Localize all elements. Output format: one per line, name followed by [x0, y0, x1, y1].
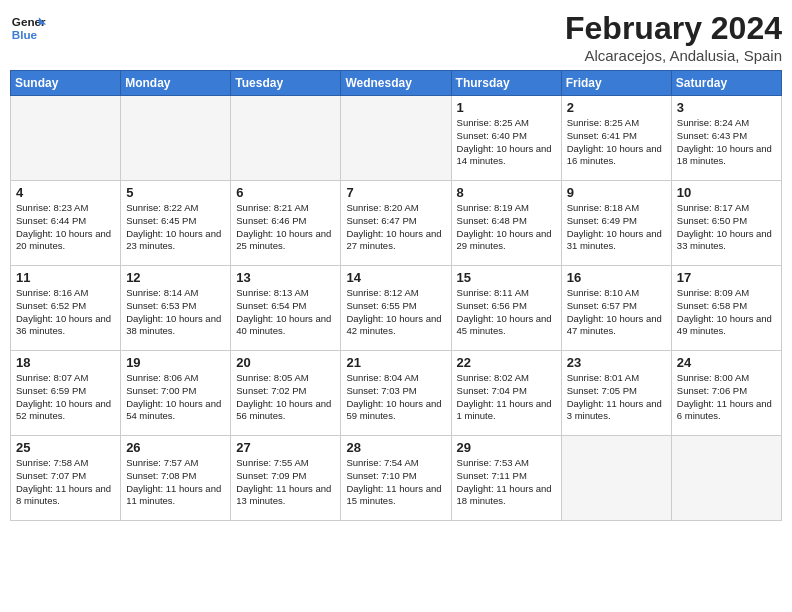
weekday-header-tuesday: Tuesday	[231, 71, 341, 96]
day-cell: 22Sunrise: 8:02 AM Sunset: 7:04 PM Dayli…	[451, 351, 561, 436]
week-row-5: 25Sunrise: 7:58 AM Sunset: 7:07 PM Dayli…	[11, 436, 782, 521]
weekday-header-sunday: Sunday	[11, 71, 121, 96]
day-number: 24	[677, 355, 776, 370]
weekday-header-wednesday: Wednesday	[341, 71, 451, 96]
day-number: 25	[16, 440, 115, 455]
weekday-header-row: SundayMondayTuesdayWednesdayThursdayFrid…	[11, 71, 782, 96]
day-number: 28	[346, 440, 445, 455]
day-cell: 13Sunrise: 8:13 AM Sunset: 6:54 PM Dayli…	[231, 266, 341, 351]
day-info: Sunrise: 8:18 AM Sunset: 6:49 PM Dayligh…	[567, 202, 666, 253]
month-title: February 2024	[565, 10, 782, 47]
title-block: February 2024 Alcaracejos, Andalusia, Sp…	[565, 10, 782, 64]
day-number: 17	[677, 270, 776, 285]
day-number: 15	[457, 270, 556, 285]
day-cell	[561, 436, 671, 521]
day-cell: 20Sunrise: 8:05 AM Sunset: 7:02 PM Dayli…	[231, 351, 341, 436]
day-info: Sunrise: 7:53 AM Sunset: 7:11 PM Dayligh…	[457, 457, 556, 508]
day-cell: 26Sunrise: 7:57 AM Sunset: 7:08 PM Dayli…	[121, 436, 231, 521]
day-cell: 21Sunrise: 8:04 AM Sunset: 7:03 PM Dayli…	[341, 351, 451, 436]
day-info: Sunrise: 8:01 AM Sunset: 7:05 PM Dayligh…	[567, 372, 666, 423]
day-info: Sunrise: 8:25 AM Sunset: 6:40 PM Dayligh…	[457, 117, 556, 168]
day-number: 21	[346, 355, 445, 370]
day-cell: 19Sunrise: 8:06 AM Sunset: 7:00 PM Dayli…	[121, 351, 231, 436]
day-number: 29	[457, 440, 556, 455]
day-info: Sunrise: 7:57 AM Sunset: 7:08 PM Dayligh…	[126, 457, 225, 508]
day-number: 10	[677, 185, 776, 200]
day-info: Sunrise: 8:24 AM Sunset: 6:43 PM Dayligh…	[677, 117, 776, 168]
day-cell	[231, 96, 341, 181]
day-info: Sunrise: 8:16 AM Sunset: 6:52 PM Dayligh…	[16, 287, 115, 338]
day-cell	[11, 96, 121, 181]
day-number: 11	[16, 270, 115, 285]
day-number: 18	[16, 355, 115, 370]
day-cell: 18Sunrise: 8:07 AM Sunset: 6:59 PM Dayli…	[11, 351, 121, 436]
day-number: 4	[16, 185, 115, 200]
day-cell: 10Sunrise: 8:17 AM Sunset: 6:50 PM Dayli…	[671, 181, 781, 266]
day-cell: 27Sunrise: 7:55 AM Sunset: 7:09 PM Dayli…	[231, 436, 341, 521]
week-row-1: 1Sunrise: 8:25 AM Sunset: 6:40 PM Daylig…	[11, 96, 782, 181]
day-number: 22	[457, 355, 556, 370]
weekday-header-friday: Friday	[561, 71, 671, 96]
day-info: Sunrise: 8:00 AM Sunset: 7:06 PM Dayligh…	[677, 372, 776, 423]
day-cell: 23Sunrise: 8:01 AM Sunset: 7:05 PM Dayli…	[561, 351, 671, 436]
day-info: Sunrise: 8:25 AM Sunset: 6:41 PM Dayligh…	[567, 117, 666, 168]
day-info: Sunrise: 8:17 AM Sunset: 6:50 PM Dayligh…	[677, 202, 776, 253]
day-number: 1	[457, 100, 556, 115]
day-number: 13	[236, 270, 335, 285]
logo-icon: General Blue	[10, 10, 46, 46]
day-info: Sunrise: 7:58 AM Sunset: 7:07 PM Dayligh…	[16, 457, 115, 508]
day-number: 7	[346, 185, 445, 200]
day-cell	[671, 436, 781, 521]
day-number: 8	[457, 185, 556, 200]
day-cell: 14Sunrise: 8:12 AM Sunset: 6:55 PM Dayli…	[341, 266, 451, 351]
day-info: Sunrise: 8:12 AM Sunset: 6:55 PM Dayligh…	[346, 287, 445, 338]
weekday-header-monday: Monday	[121, 71, 231, 96]
week-row-4: 18Sunrise: 8:07 AM Sunset: 6:59 PM Dayli…	[11, 351, 782, 436]
day-cell: 3Sunrise: 8:24 AM Sunset: 6:43 PM Daylig…	[671, 96, 781, 181]
day-info: Sunrise: 7:55 AM Sunset: 7:09 PM Dayligh…	[236, 457, 335, 508]
location: Alcaracejos, Andalusia, Spain	[565, 47, 782, 64]
logo: General Blue	[10, 10, 46, 46]
day-cell: 6Sunrise: 8:21 AM Sunset: 6:46 PM Daylig…	[231, 181, 341, 266]
day-number: 5	[126, 185, 225, 200]
day-cell	[121, 96, 231, 181]
week-row-2: 4Sunrise: 8:23 AM Sunset: 6:44 PM Daylig…	[11, 181, 782, 266]
day-number: 3	[677, 100, 776, 115]
day-cell: 4Sunrise: 8:23 AM Sunset: 6:44 PM Daylig…	[11, 181, 121, 266]
day-info: Sunrise: 8:23 AM Sunset: 6:44 PM Dayligh…	[16, 202, 115, 253]
day-cell: 29Sunrise: 7:53 AM Sunset: 7:11 PM Dayli…	[451, 436, 561, 521]
day-info: Sunrise: 8:11 AM Sunset: 6:56 PM Dayligh…	[457, 287, 556, 338]
day-number: 27	[236, 440, 335, 455]
calendar-table: SundayMondayTuesdayWednesdayThursdayFrid…	[10, 70, 782, 521]
day-number: 14	[346, 270, 445, 285]
day-cell: 11Sunrise: 8:16 AM Sunset: 6:52 PM Dayli…	[11, 266, 121, 351]
day-cell: 17Sunrise: 8:09 AM Sunset: 6:58 PM Dayli…	[671, 266, 781, 351]
day-cell: 28Sunrise: 7:54 AM Sunset: 7:10 PM Dayli…	[341, 436, 451, 521]
day-number: 12	[126, 270, 225, 285]
day-info: Sunrise: 7:54 AM Sunset: 7:10 PM Dayligh…	[346, 457, 445, 508]
day-cell: 16Sunrise: 8:10 AM Sunset: 6:57 PM Dayli…	[561, 266, 671, 351]
day-info: Sunrise: 8:07 AM Sunset: 6:59 PM Dayligh…	[16, 372, 115, 423]
page-header: General Blue February 2024 Alcaracejos, …	[10, 10, 782, 64]
weekday-header-thursday: Thursday	[451, 71, 561, 96]
day-info: Sunrise: 8:10 AM Sunset: 6:57 PM Dayligh…	[567, 287, 666, 338]
day-number: 19	[126, 355, 225, 370]
day-cell: 9Sunrise: 8:18 AM Sunset: 6:49 PM Daylig…	[561, 181, 671, 266]
day-cell: 7Sunrise: 8:20 AM Sunset: 6:47 PM Daylig…	[341, 181, 451, 266]
day-info: Sunrise: 8:04 AM Sunset: 7:03 PM Dayligh…	[346, 372, 445, 423]
day-number: 23	[567, 355, 666, 370]
day-cell: 2Sunrise: 8:25 AM Sunset: 6:41 PM Daylig…	[561, 96, 671, 181]
day-number: 2	[567, 100, 666, 115]
day-cell: 1Sunrise: 8:25 AM Sunset: 6:40 PM Daylig…	[451, 96, 561, 181]
day-cell: 8Sunrise: 8:19 AM Sunset: 6:48 PM Daylig…	[451, 181, 561, 266]
day-cell: 12Sunrise: 8:14 AM Sunset: 6:53 PM Dayli…	[121, 266, 231, 351]
day-number: 9	[567, 185, 666, 200]
day-info: Sunrise: 8:05 AM Sunset: 7:02 PM Dayligh…	[236, 372, 335, 423]
day-cell: 15Sunrise: 8:11 AM Sunset: 6:56 PM Dayli…	[451, 266, 561, 351]
day-info: Sunrise: 8:14 AM Sunset: 6:53 PM Dayligh…	[126, 287, 225, 338]
weekday-header-saturday: Saturday	[671, 71, 781, 96]
day-cell: 5Sunrise: 8:22 AM Sunset: 6:45 PM Daylig…	[121, 181, 231, 266]
day-number: 20	[236, 355, 335, 370]
day-info: Sunrise: 8:13 AM Sunset: 6:54 PM Dayligh…	[236, 287, 335, 338]
day-number: 16	[567, 270, 666, 285]
